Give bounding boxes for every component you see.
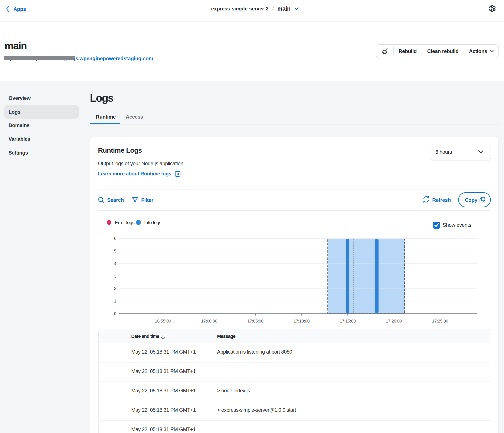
svg-text:0: 0	[114, 311, 116, 316]
svg-text:2: 2	[114, 286, 116, 291]
svg-text:17:15:00: 17:15:00	[340, 319, 356, 323]
svg-text:4: 4	[114, 261, 116, 266]
svg-text:1: 1	[114, 299, 116, 303]
svg-text:17:10:00: 17:10:00	[294, 319, 310, 323]
svg-text:17:25:00: 17:25:00	[432, 319, 448, 323]
svg-text:17:05:00: 17:05:00	[247, 319, 263, 323]
svg-text:5: 5	[114, 249, 116, 253]
svg-text:17:00:00: 17:00:00	[201, 319, 217, 323]
svg-text:16:55:00: 16:55:00	[155, 319, 171, 323]
svg-text:3: 3	[114, 274, 116, 278]
svg-text:6: 6	[114, 236, 116, 241]
svg-text:17:20:00: 17:20:00	[386, 319, 402, 323]
